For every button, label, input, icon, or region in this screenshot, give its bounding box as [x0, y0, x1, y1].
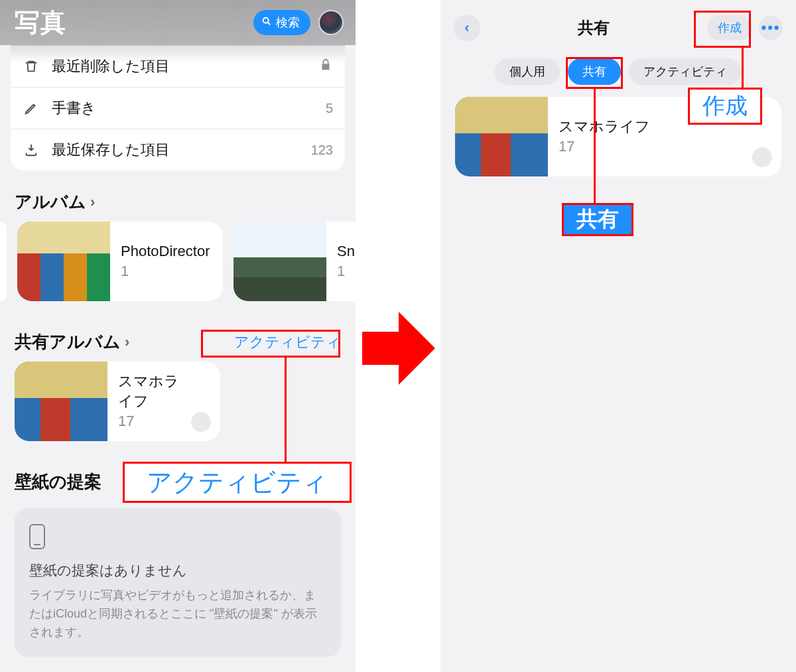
annotation-label-create: 作成 — [688, 88, 762, 125]
chevron-left-icon: ‹ — [464, 19, 469, 36]
section-title: 壁紙の提案 — [15, 470, 101, 494]
album-card-photodirector[interactable]: PhotoDirector 1 — [17, 222, 223, 301]
section-head-albums[interactable]: アルバム › — [0, 170, 356, 222]
shared-albums-scroll[interactable]: スマホラ イフ 17 — [0, 362, 356, 441]
album-count: 17 — [118, 413, 179, 430]
section-title: 共有アルバム — [15, 330, 121, 354]
phone-outline-icon — [29, 524, 45, 549]
list-row-label: 最近削除した項目 — [52, 56, 170, 76]
section-title: アルバム — [15, 190, 86, 214]
album-count: 1 — [337, 263, 356, 280]
download-icon — [23, 143, 40, 157]
annotation-box-shared-segment — [566, 57, 623, 89]
annotation-box-create — [694, 11, 751, 48]
list-row-label: 最近保存した項目 — [52, 140, 170, 160]
album-thumbnail — [15, 362, 107, 441]
lock-icon — [318, 58, 333, 76]
album-name-line1: スマホラ — [118, 373, 179, 390]
page-title: 共有 — [578, 17, 610, 38]
album-thumbnail — [17, 222, 110, 301]
album-name: PhotoDirector — [121, 243, 210, 260]
album-name: スマホライフ — [559, 118, 650, 135]
annotation-label-shared: 共有 — [562, 203, 633, 236]
album-count: 17 — [559, 138, 650, 155]
list-row-handwriting[interactable]: 手書き 5 — [11, 87, 345, 129]
wallpaper-empty-body: ライブラリに写真やビデオがもっと追加されるか、またはiCloudと同期されるとこ… — [29, 586, 326, 642]
album-count: 1 — [121, 263, 210, 280]
participants-bubble — [752, 147, 772, 167]
phone-left: 表示 最近削除した項目 手書き 5 — [0, 0, 356, 672]
album-thumbnail — [455, 97, 548, 176]
participants-bubble — [191, 412, 211, 432]
chevron-right-icon: › — [125, 334, 129, 351]
annotation-line — [594, 89, 596, 203]
search-button[interactable]: 検索 — [253, 10, 310, 35]
shared-album-card[interactable]: スマホラ イフ 17 — [15, 362, 220, 441]
phone-right: ‹ 共有 作成 ••• 個人用 共有 アクティビティ スマホライフ 17 作成 … — [440, 0, 796, 672]
list-row-recently-deleted[interactable]: 最近削除した項目 — [11, 45, 345, 87]
photos-topbar: 写真 検索 — [0, 0, 356, 45]
album-name-line2: イフ — [118, 393, 179, 410]
svg-point-1 — [263, 17, 269, 23]
page-title: 写真 — [15, 6, 66, 40]
wallpaper-empty-card: 壁紙の提案はありません ライブラリに写真やビデオがもっと追加されるか、またはiC… — [15, 508, 341, 657]
album-name: Snap — [337, 243, 356, 260]
search-icon — [261, 16, 272, 30]
segment-personal[interactable]: 個人用 — [495, 58, 560, 85]
annotation-label-activity: アクティビティ — [123, 462, 352, 503]
list-row-label: 手書き — [52, 98, 96, 118]
more-button[interactable]: ••• — [759, 16, 783, 40]
annotation-box-activity-link — [201, 330, 340, 358]
ellipsis-icon: ••• — [761, 19, 780, 36]
album-thumbnail — [233, 222, 326, 301]
chevron-right-icon: › — [90, 194, 95, 211]
album-card-snap[interactable]: Snap 1 — [233, 222, 356, 301]
wallpaper-empty-title: 壁紙の提案はありません — [29, 561, 326, 580]
albums-scroll[interactable]: PhotoDirector 1 Snap 1 — [0, 222, 356, 301]
back-button[interactable]: ‹ — [454, 15, 480, 41]
annotation-line — [285, 358, 287, 462]
annotation-line — [742, 48, 744, 88]
profile-avatar[interactable] — [318, 10, 344, 35]
red-arrow-icon — [362, 312, 435, 385]
segment-activity[interactable]: アクティビティ — [629, 58, 742, 85]
list-row-recently-saved[interactable]: 最近保存した項目 123 — [11, 129, 345, 170]
pencil-icon — [23, 101, 40, 115]
trash-icon — [23, 59, 40, 74]
list-row-count: 5 — [326, 101, 333, 116]
list-row-count: 123 — [311, 143, 333, 158]
search-label: 検索 — [276, 15, 300, 31]
